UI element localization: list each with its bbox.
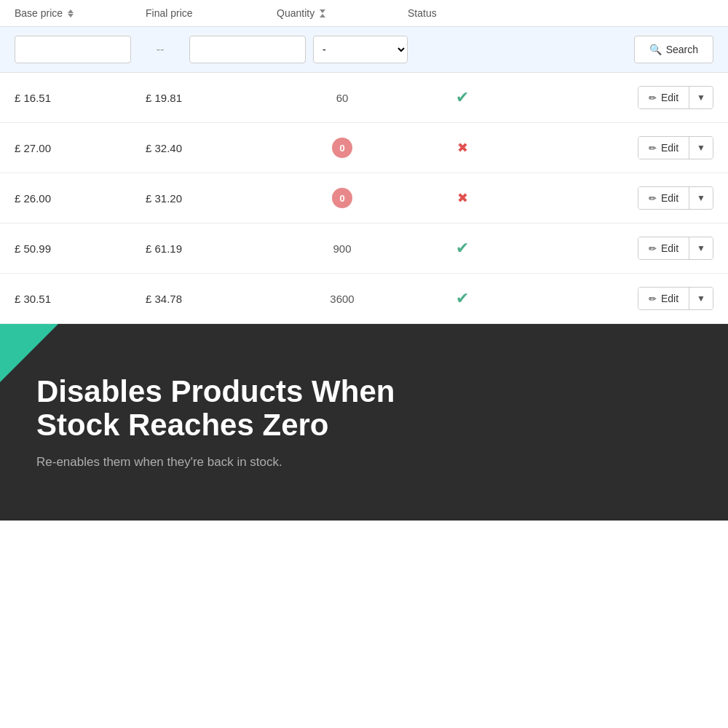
sort-down-icon[interactable] [68, 14, 74, 17]
status-label: Status [408, 7, 437, 19]
cell-final-price: £ 32.40 [146, 142, 277, 154]
cell-actions: ✏ Edit▼ [517, 287, 713, 310]
pencil-icon: ✏ [649, 193, 657, 204]
status-cross-icon: ✖ [457, 140, 468, 156]
cell-base-price: £ 16.51 [15, 92, 146, 104]
table-row: £ 26.00£ 31.200✖✏ Edit▼ [0, 173, 728, 223]
edit-button[interactable]: ✏ Edit▼ [638, 136, 713, 159]
sort-icons-quantity[interactable] [320, 9, 325, 17]
product-table: Base price Final price Quantity Status -… [0, 0, 728, 324]
col-header-status: Status [408, 7, 517, 19]
table-row: £ 27.00£ 32.400✖✏ Edit▼ [0, 123, 728, 173]
base-price-label: Base price [15, 7, 63, 19]
sort-up-qty-icon[interactable] [320, 14, 325, 17]
cell-quantity: 3600 [277, 293, 408, 305]
quantity-value: 3600 [330, 293, 354, 305]
quantity-filter-input[interactable] [189, 36, 306, 63]
quantity-zero-badge: 0 [332, 138, 352, 158]
search-label: Search [666, 44, 698, 55]
cell-actions: ✏ Edit▼ [517, 186, 713, 210]
pencil-icon: ✏ [649, 143, 657, 154]
pencil-icon: ✏ [649, 243, 657, 254]
edit-button-dropdown-arrow[interactable]: ▼ [689, 138, 713, 158]
table-row: £ 50.99£ 61.19900✔✏ Edit▼ [0, 223, 728, 274]
table-row: £ 30.51£ 34.783600✔✏ Edit▼ [0, 274, 728, 324]
edit-button[interactable]: ✏ Edit▼ [638, 186, 713, 210]
cell-actions: ✏ Edit▼ [517, 86, 713, 109]
status-check-icon: ✔ [456, 289, 469, 308]
cell-final-price: £ 61.19 [146, 242, 277, 255]
search-button[interactable]: 🔍 Search [634, 36, 713, 63]
col-header-final-price: Final price [146, 7, 277, 19]
quantity-value: 60 [336, 92, 349, 104]
sort-down-qty-icon[interactable] [320, 9, 325, 13]
filter-separator: -- [138, 43, 182, 56]
edit-button-main[interactable]: ✏ Edit [638, 288, 689, 309]
edit-button[interactable]: ✏ Edit▼ [638, 86, 713, 109]
col-header-quantity: Quantity [277, 7, 408, 19]
cell-base-price: £ 27.00 [15, 142, 146, 154]
pencil-icon: ✏ [649, 92, 657, 103]
cell-final-price: £ 34.78 [146, 293, 277, 305]
edit-button-main[interactable]: ✏ Edit [638, 137, 689, 159]
cell-final-price: £ 31.20 [146, 192, 277, 205]
status-cross-icon: ✖ [457, 190, 468, 206]
edit-button[interactable]: ✏ Edit▼ [638, 287, 713, 310]
cell-actions: ✏ Edit▼ [517, 136, 713, 159]
base-price-min-input[interactable] [15, 36, 131, 63]
status-check-icon: ✔ [456, 88, 469, 107]
edit-button-dropdown-arrow[interactable]: ▼ [689, 188, 713, 208]
edit-button-main[interactable]: ✏ Edit [638, 187, 689, 209]
cell-status: ✔ [408, 88, 517, 107]
edit-button-dropdown-arrow[interactable]: ▼ [689, 87, 713, 108]
sort-up-icon[interactable] [68, 9, 74, 13]
table-header: Base price Final price Quantity Status [0, 0, 728, 27]
rows-container: £ 16.51£ 19.8160✔✏ Edit▼£ 27.00£ 32.400✖… [0, 73, 728, 324]
promo-text-block: Disables Products WhenStock Reaches Zero… [36, 375, 395, 470]
edit-button-main[interactable]: ✏ Edit [638, 237, 689, 259]
cell-quantity: 0 [277, 138, 408, 158]
cell-final-price: £ 19.81 [146, 92, 277, 104]
sort-icons-base-price[interactable] [68, 9, 74, 17]
quantity-zero-badge: 0 [332, 188, 352, 208]
status-filter-select[interactable]: - Active Inactive [313, 36, 408, 63]
cell-base-price: £ 50.99 [15, 242, 146, 255]
cell-status: ✔ [408, 289, 517, 308]
edit-button-dropdown-arrow[interactable]: ▼ [689, 238, 713, 258]
quantity-label: Quantity [277, 7, 314, 19]
quantity-value: 900 [333, 242, 351, 255]
cell-status: ✖ [408, 140, 517, 156]
edit-button[interactable]: ✏ Edit▼ [638, 237, 713, 260]
cell-base-price: £ 26.00 [15, 192, 146, 205]
edit-button-main[interactable]: ✏ Edit [638, 87, 689, 108]
pencil-icon: ✏ [649, 293, 657, 304]
filter-row: -- - Active Inactive 🔍 Search [0, 27, 728, 73]
final-price-label: Final price [146, 7, 193, 19]
promo-subtitle: Re-enables them when they're back in sto… [36, 455, 395, 470]
cell-quantity: 900 [277, 242, 408, 255]
cell-actions: ✏ Edit▼ [517, 237, 713, 260]
promo-title: Disables Products WhenStock Reaches Zero [36, 375, 395, 442]
cell-status: ✖ [408, 190, 517, 206]
edit-button-dropdown-arrow[interactable]: ▼ [689, 288, 713, 309]
col-header-base-price: Base price [15, 7, 146, 19]
promo-banner: Disables Products WhenStock Reaches Zero… [0, 324, 728, 521]
cell-quantity: 0 [277, 188, 408, 208]
cell-quantity: 60 [277, 92, 408, 104]
search-icon: 🔍 [649, 44, 662, 55]
cell-status: ✔ [408, 239, 517, 258]
table-row: £ 16.51£ 19.8160✔✏ Edit▼ [0, 73, 728, 123]
cell-base-price: £ 30.51 [15, 293, 146, 305]
status-check-icon: ✔ [456, 239, 469, 258]
promo-corner-accent [0, 324, 58, 382]
